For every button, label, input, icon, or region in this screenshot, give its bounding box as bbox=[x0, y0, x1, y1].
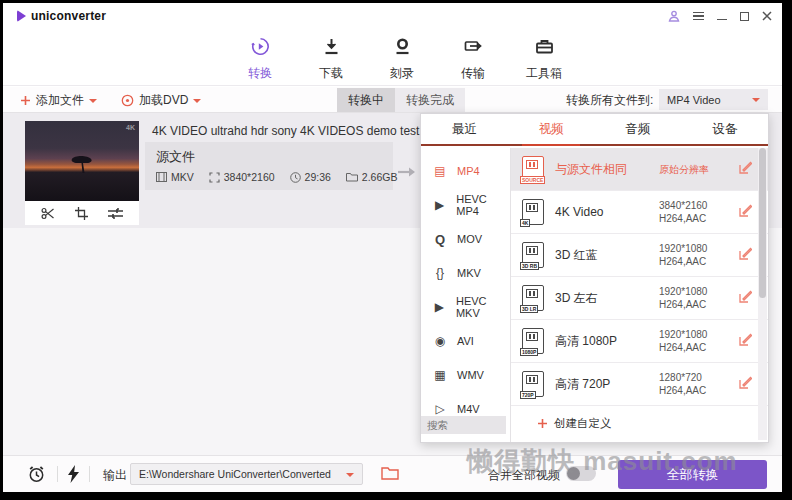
format-item-mkv[interactable]: {} MKV bbox=[421, 256, 510, 290]
edit-preset-icon[interactable] bbox=[739, 332, 752, 350]
preset-4k-video[interactable]: 4K 4K Video 3840*2160H264,AAC bbox=[511, 191, 768, 234]
edit-preset-icon[interactable] bbox=[739, 375, 752, 393]
menu-icon[interactable] bbox=[693, 10, 704, 23]
close-icon[interactable] bbox=[762, 11, 772, 21]
app-logo: uniconverter bbox=[17, 9, 106, 23]
minimize-icon[interactable] bbox=[717, 12, 727, 21]
panel-tab-recent[interactable]: 最近 bbox=[421, 114, 508, 144]
convert-all-button[interactable]: 全部转换 bbox=[618, 460, 767, 489]
play-logo-icon bbox=[17, 10, 26, 22]
preset-hd-1080p[interactable]: 1080P 高清 1080P 1920*1080H264,AAC bbox=[511, 320, 768, 363]
tree-silhouette bbox=[69, 151, 95, 175]
edit-preset-icon[interactable] bbox=[739, 289, 752, 307]
output-label: 输出 bbox=[103, 467, 127, 484]
output-path-value: E:\Wondershare UniConverter\Converted bbox=[139, 468, 331, 480]
nav-label-convert: 转换 bbox=[248, 65, 272, 82]
format-list: ▤ MP4 ▶ HEVC MP4 Q MOV {} MKV bbox=[421, 148, 511, 442]
panel-tab-device[interactable]: 设备 bbox=[681, 114, 768, 144]
clock-icon bbox=[290, 172, 301, 183]
convert-icon bbox=[250, 36, 271, 61]
mp4-icon: ▤ bbox=[431, 164, 449, 178]
nav-tab-download[interactable]: 下载 bbox=[309, 36, 353, 82]
format-item-avi[interactable]: ◉ AVI bbox=[421, 324, 510, 358]
3d-rb-preset-icon: 3D RB bbox=[522, 242, 544, 268]
crop-icon[interactable] bbox=[75, 207, 88, 220]
toggle-knob bbox=[567, 467, 580, 480]
app-window: uniconverter 转换 bbox=[3, 3, 782, 492]
chevron-down-icon bbox=[752, 98, 760, 102]
format-panel-tabs: 最近 视频 音频 设备 bbox=[421, 114, 768, 146]
create-custom-label: 创建自定义 bbox=[554, 416, 612, 431]
nav-tab-transfer[interactable]: 传输 bbox=[451, 36, 495, 82]
format-search-input[interactable] bbox=[421, 416, 506, 434]
open-folder-icon[interactable] bbox=[381, 466, 399, 484]
account-icon[interactable] bbox=[668, 10, 680, 22]
add-files-button[interactable]: 添加文件 bbox=[20, 87, 97, 113]
resolution-stat: 3840*2160 bbox=[209, 171, 275, 183]
video-thumbnail[interactable]: 4K bbox=[25, 121, 139, 201]
tab-converting[interactable]: 转换中 bbox=[337, 88, 395, 112]
high-speed-icon[interactable] bbox=[67, 465, 80, 487]
divider bbox=[57, 466, 58, 482]
merge-videos-label: 合并全部视频 bbox=[488, 467, 560, 484]
nav-label-download: 下载 bbox=[319, 65, 343, 82]
burn-disc-icon bbox=[392, 36, 413, 61]
trim-scissors-icon[interactable] bbox=[41, 207, 55, 220]
content-area: 4K 4K VIDEO ultrahd hdr sony 4K VIDEOS d… bbox=[3, 113, 782, 455]
thumbnail-4k-badge: 4K bbox=[126, 124, 135, 131]
chevron-down-icon bbox=[346, 473, 354, 477]
nav-tab-convert[interactable]: 转换 bbox=[238, 36, 282, 82]
duration-stat: 29:36 bbox=[290, 171, 331, 183]
source-preset-icon: SOURCE bbox=[522, 156, 544, 182]
format-item-hevc-mp4[interactable]: ▶ HEVC MP4 bbox=[421, 188, 510, 222]
preset-3d-left-right[interactable]: 3D LR 3D 左右 1920*1080H264,AAC bbox=[511, 277, 768, 320]
edit-preset-icon[interactable] bbox=[739, 203, 752, 221]
output-path-dropdown[interactable]: E:\Wondershare UniConverter\Converted bbox=[130, 463, 363, 485]
nav-tab-toolbox[interactable]: 工具箱 bbox=[522, 36, 566, 82]
format-stat: MKV bbox=[156, 171, 194, 183]
source-info-box: 源文件 MKV 3840*2160 29:36 bbox=[145, 142, 393, 190]
format-item-mp4[interactable]: ▤ MP4 bbox=[421, 154, 510, 188]
effects-sliders-icon[interactable] bbox=[108, 207, 123, 220]
nav-tab-burn[interactable]: 刻录 bbox=[380, 36, 424, 82]
preset-3d-red-blue[interactable]: 3D RB 3D 红蓝 1920*1080H264,AAC bbox=[511, 234, 768, 277]
load-dvd-label: 加载DVD bbox=[139, 92, 188, 109]
maximize-icon[interactable] bbox=[740, 12, 749, 21]
convert-all-to-label: 转换所有文件到: bbox=[566, 87, 653, 113]
preset-list: SOURCE 与源文件相同 原始分辨率 4K 4K Video 3840*216… bbox=[511, 148, 768, 442]
edit-preset-icon[interactable] bbox=[739, 160, 752, 178]
add-files-label: 添加文件 bbox=[36, 92, 84, 109]
titlebar: uniconverter bbox=[3, 3, 782, 29]
toolbar: 添加文件 加载DVD 转换中 转换完成 转换所有文件到: MP4 Video bbox=[3, 87, 782, 113]
create-custom-button[interactable]: 创建自定义 bbox=[537, 416, 768, 431]
scrollbar-thumb[interactable] bbox=[759, 148, 766, 298]
source-file-label: 源文件 bbox=[156, 148, 382, 166]
window-controls bbox=[668, 10, 772, 23]
format-item-mov[interactable]: Q MOV bbox=[421, 222, 510, 256]
load-dvd-button[interactable]: 加载DVD bbox=[121, 87, 201, 113]
edit-preset-icon[interactable] bbox=[739, 246, 752, 264]
download-icon bbox=[321, 36, 342, 61]
plus-icon bbox=[537, 418, 548, 429]
merge-toggle[interactable] bbox=[566, 466, 596, 481]
format-item-hevc-mkv[interactable]: ▶ HEVC MKV bbox=[421, 290, 510, 324]
folder-icon bbox=[346, 172, 358, 182]
toolbox-icon bbox=[534, 36, 555, 61]
schedule-clock-icon[interactable] bbox=[27, 465, 46, 488]
panel-tab-audio[interactable]: 音频 bbox=[595, 114, 682, 144]
avi-icon: ◉ bbox=[431, 334, 449, 348]
transfer-icon bbox=[463, 36, 484, 61]
panel-scrollbar[interactable] bbox=[758, 148, 767, 440]
format-item-wmv[interactable]: ▦ WMV bbox=[421, 358, 510, 392]
clip-tools bbox=[25, 201, 139, 225]
mov-icon: Q bbox=[431, 232, 449, 247]
preset-same-as-source[interactable]: SOURCE 与源文件相同 原始分辨率 bbox=[511, 148, 768, 191]
size-stat: 2.66GB bbox=[346, 171, 398, 183]
target-format-dropdown[interactable]: MP4 Video bbox=[659, 89, 768, 110]
chevron-down-icon bbox=[193, 99, 201, 103]
panel-tab-video[interactable]: 视频 bbox=[508, 114, 595, 144]
1080p-preset-icon: 1080P bbox=[522, 328, 544, 354]
tab-finished[interactable]: 转换完成 bbox=[395, 88, 465, 112]
preset-hd-720p[interactable]: 720P 高清 720P 1280*720H264,AAC bbox=[511, 363, 768, 406]
app-logo-text: uniconverter bbox=[31, 9, 106, 23]
